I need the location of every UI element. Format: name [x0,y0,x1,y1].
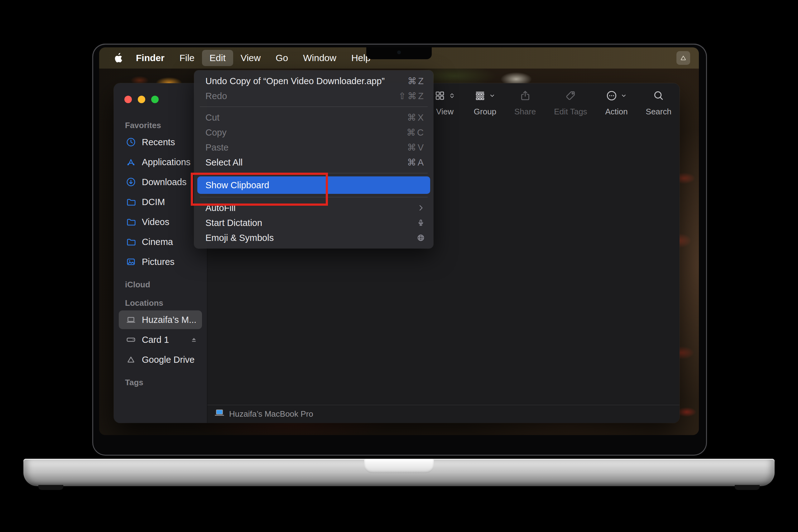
menu-item-paste[interactable]: Paste⌘V [194,140,433,155]
toolbar-icon-row [653,90,665,103]
toolbar-label: Edit Tags [554,107,587,117]
menu-separator [200,107,428,107]
sidebar-item-videos[interactable]: Videos [119,212,202,231]
sidebar-item-label: Card 1 [142,335,169,345]
menu-item-label: Start Dictation [205,218,262,228]
chevron-down-icon [620,92,627,101]
toolbar-label: Group [474,107,496,117]
sidebar-item-cinema[interactable]: Cinema [119,232,202,251]
folder-icon [125,236,137,247]
toolbar-icon-row [565,90,576,103]
minimize-button[interactable] [138,96,145,103]
sidebar-item-google-drive[interactable]: Google Drive [119,350,202,369]
sidebar-item-label: Applications [142,157,190,167]
sidebar-item-recents[interactable]: Recents [119,133,202,151]
menu-item-label: Cut [205,113,220,123]
zoom-button[interactable] [151,96,159,103]
google-drive-icon[interactable] [677,51,690,65]
apple-menu-icon[interactable] [113,52,124,64]
sidebar-item-label: DCIM [142,197,165,207]
chevron-up-down-icon [448,92,456,101]
toolbar-group-button[interactable]: Group [474,90,496,117]
menu-item-label: Redo [205,91,227,101]
globe-icon [416,233,425,242]
folder-icon [125,216,137,227]
search-icon [653,90,665,103]
eject-icon[interactable] [190,335,198,344]
base-foot-left [38,485,63,490]
chevron-down-icon [489,92,496,101]
toolbar-icon-row [606,90,627,103]
sidebar-item-downloads[interactable]: Downloads [119,173,202,191]
external-drive-icon [125,335,137,345]
camera-dot [397,51,401,54]
menubar-item-view[interactable]: View [233,50,268,66]
finder-sidebar: FavoritesRecentsApplicationsDownloadsDCI… [114,83,207,423]
share-icon [519,90,531,103]
menu-item-copy[interactable]: Copy⌘C [194,125,433,140]
toolbar-view-button[interactable]: View [434,90,456,117]
status-bar-text: Huzaifa’s MacBook Pro [229,409,313,419]
toolbar-icon-row [434,90,456,103]
toolbar-label: Search [646,107,671,117]
toolbar-label: View [436,107,454,117]
menu-item-shortcut: ⇧⌘Z [398,91,425,101]
menu-item-label: Paste [205,142,228,153]
toolbar-icon-row [474,90,496,103]
sidebar-section-tags: Tags [125,378,202,387]
sidebar-item-label: Videos [142,217,169,227]
sidebar-section-favorites: Favorites [125,120,202,130]
menu-item-emoji-symbols[interactable]: Emoji & Symbols [194,230,433,245]
finder-toolbar: ViewGroupShareEdit TagsActionSearch [434,90,671,117]
pictures-icon [125,256,137,267]
close-button[interactable] [125,96,132,103]
annotation-highlight-box [191,173,328,206]
menu-item-label: Copy [205,128,227,138]
sidebar-section-icloud: iCloud [125,280,202,289]
sidebar-item-dcim[interactable]: DCIM [119,193,202,211]
menubar-item-edit[interactable]: Edit [202,50,233,66]
microphone-icon [416,218,425,227]
sidebar-item-label: Google Drive [142,355,194,365]
toolbar-edit-tags-button: Edit Tags [554,90,587,117]
sidebar-item-applications[interactable]: Applications [119,153,202,171]
menubar-item-go[interactable]: Go [268,50,296,66]
menu-item-cut[interactable]: Cut⌘X [194,110,433,125]
chevron-right-icon [416,204,425,212]
screenshot-stage: FinderFileEditViewGoWindowHelp Favorites… [0,0,798,532]
sidebar-item-card-1[interactable]: Card 1 [119,330,202,349]
sidebar-nav: FavoritesRecentsApplicationsDownloadsDCI… [119,120,202,387]
macbook-display: FinderFileEditViewGoWindowHelp Favorites… [99,48,699,435]
tag-icon [565,90,576,103]
status-bar: Huzaifa’s MacBook Pro [207,405,680,423]
folder-icon [125,197,137,207]
google-drive-icon [125,354,137,365]
toolbar-label: Share [514,107,536,117]
menu-item-undo-copy-of-open-video-downloader-app[interactable]: Undo Copy of “Open Video Downloader.app”… [194,74,433,89]
sidebar-item-pictures[interactable]: Pictures [119,252,202,271]
menu-item-start-dictation[interactable]: Start Dictation [194,215,433,230]
sidebar-item-label: Pictures [142,257,174,267]
sidebar-item-label: Downloads [142,177,186,187]
toolbar-icon-row [519,90,531,103]
laptop-icon [125,315,137,325]
menubar-item-finder[interactable]: Finder [129,50,172,66]
base-foot-right [735,485,760,490]
menu-item-select-all[interactable]: Select All⌘A [194,155,433,170]
menu-item-label: Emoji & Symbols [205,233,274,243]
menubar-item-window[interactable]: Window [296,50,344,66]
sidebar-item-label: Recents [142,137,175,147]
menubar-item-file[interactable]: File [172,50,202,66]
menu-item-redo[interactable]: Redo⇧⌘Z [194,89,433,103]
menu-item-shortcut: ⌘A [407,157,425,168]
toolbar-action-button[interactable]: Action [605,90,627,117]
sidebar-item-label: Cinema [142,237,173,247]
menu-item-shortcut: ⌘V [407,142,425,153]
toolbar-label: Action [605,107,627,117]
toolbar-search-button[interactable]: Search [646,90,671,117]
macbook-base [23,459,775,486]
macbook-icon [214,408,225,419]
app-store-icon [125,157,137,167]
sidebar-item-huzaifa-s-m[interactable]: Huzaifa’s M... [119,310,202,329]
menu-item-shortcut: ⌘C [406,127,425,138]
